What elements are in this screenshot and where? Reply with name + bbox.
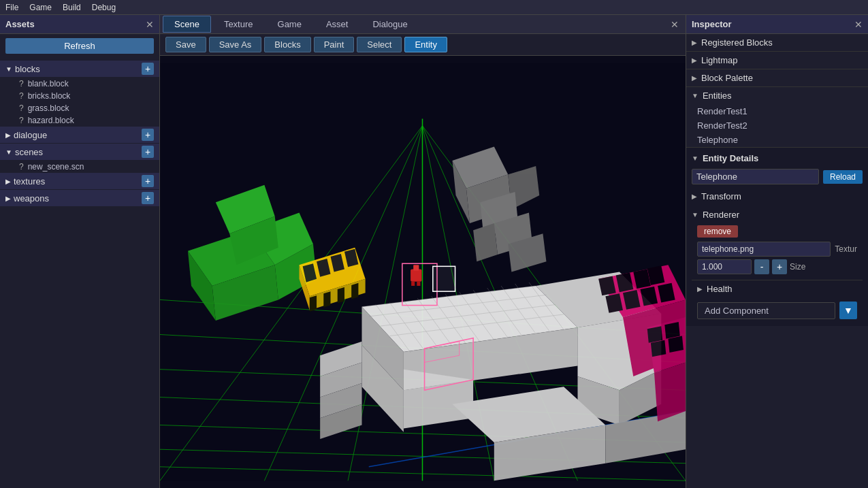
entity-item-rendertest1[interactable]: RenderTest1 — [692, 104, 863, 118]
tab-asset[interactable]: Asset — [315, 16, 360, 33]
entity-list: RenderTest1 RenderTest2 Telephone — [686, 104, 868, 147]
renderer-header[interactable]: ▼ Renderer — [692, 207, 863, 223]
scene-viewport[interactable] — [160, 56, 686, 488]
list-item[interactable]: ? hazard.block — [0, 114, 159, 127]
svg-marker-93 — [668, 336, 683, 353]
entity-details-header[interactable]: ▼ Entity Details — [692, 150, 863, 166]
svg-marker-77 — [351, 283, 358, 299]
entities-header[interactable]: ▼ Entities — [686, 87, 868, 104]
add-component-dropdown-button[interactable]: ▼ — [839, 302, 857, 319]
health-component: ▶ Health — [692, 280, 863, 297]
entity-button[interactable]: Entity — [404, 37, 447, 52]
svg-rect-96 — [411, 282, 415, 286]
list-item[interactable]: ? new_scene.scn — [0, 161, 159, 173]
health-header[interactable]: ▶ Health — [692, 280, 863, 297]
center-panel: Scene Texture Game Asset Dialogue ✕ Save… — [160, 15, 686, 488]
tree-category-weapons[interactable]: ▶ weapons + — [0, 190, 159, 206]
tree-category-textures[interactable]: ▶ textures + — [0, 173, 159, 189]
assets-close-icon[interactable]: ✕ — [146, 19, 154, 30]
block-palette-title: Block Palette — [701, 73, 753, 83]
add-component-button[interactable]: Add Component — [697, 302, 835, 319]
svg-marker-92 — [651, 340, 666, 357]
registered-blocks-header[interactable]: ▶ Registered Blocks — [686, 34, 868, 51]
inspector-section-entities: ▼ Entities RenderTest1 RenderTest2 Telep… — [686, 87, 868, 148]
weapons-label: weapons — [14, 193, 142, 204]
block-palette-header[interactable]: ▶ Block Palette — [686, 69, 868, 86]
list-item[interactable]: ? grass.block — [0, 102, 159, 114]
scene-toolbar: Save Save As Blocks Paint Select Entity — [160, 34, 686, 56]
transform-title: Transform — [701, 191, 741, 201]
tab-texture[interactable]: Texture — [212, 16, 265, 33]
entity-details-arrow-icon: ▼ — [692, 154, 698, 162]
renderer-component: ▼ Renderer remove Textur - + Size — [692, 207, 863, 277]
tab-scene[interactable]: Scene — [163, 16, 211, 33]
svg-marker-90 — [647, 326, 662, 343]
main-area: Assets ✕ Refresh ▼ blocks + ? blank.bloc… — [0, 15, 868, 488]
size-plus-button[interactable]: + — [772, 259, 787, 274]
blocks-arrow-icon: ▼ — [5, 65, 12, 73]
svg-marker-89 — [654, 362, 686, 421]
save-button[interactable]: Save — [165, 37, 206, 52]
tree-category-scenes[interactable]: ▼ scenes + — [0, 144, 159, 160]
list-item[interactable]: ? blank.block — [0, 78, 159, 90]
size-minus-button[interactable]: - — [754, 259, 769, 274]
menu-file[interactable]: File — [5, 3, 18, 12]
assets-panel-title: Assets — [5, 19, 35, 29]
lightmap-title: Lightmap — [701, 55, 737, 65]
dialogue-add-button[interactable]: + — [142, 129, 154, 141]
dropdown-arrow-icon: ▼ — [843, 305, 853, 316]
menu-debug[interactable]: Debug — [92, 3, 116, 12]
weapons-add-button[interactable]: + — [142, 192, 154, 204]
blocks-label: blocks — [15, 64, 142, 74]
svg-marker-75 — [323, 291, 330, 308]
transform-header[interactable]: ▶ Transform — [692, 189, 863, 204]
tabs-bar: Scene Texture Game Asset Dialogue ✕ — [160, 15, 686, 34]
svg-rect-100 — [433, 266, 455, 291]
inspector-close-icon[interactable]: ✕ — [854, 19, 863, 30]
entities-title: Entities — [703, 91, 732, 101]
remove-renderer-button[interactable]: remove — [697, 225, 738, 238]
tab-dialogue[interactable]: Dialogue — [361, 16, 419, 33]
scene-close-icon[interactable]: ✕ — [666, 19, 683, 30]
weapons-arrow-icon: ▶ — [5, 195, 11, 202]
block-palette-arrow-icon: ▶ — [692, 74, 697, 82]
refresh-button[interactable]: Refresh — [5, 38, 154, 54]
health-title: Health — [707, 284, 733, 294]
registered-blocks-title: Registered Blocks — [701, 37, 773, 48]
list-item[interactable]: ? bricks.block — [0, 90, 159, 102]
blocks-add-button[interactable]: + — [142, 63, 154, 75]
size-row: - + Size — [697, 259, 857, 274]
scenes-label: scenes — [15, 147, 142, 157]
entity-item-rendertest2[interactable]: RenderTest2 — [692, 118, 863, 133]
select-button[interactable]: Select — [357, 37, 402, 52]
transform-arrow-icon: ▶ — [692, 193, 697, 200]
svg-marker-91 — [664, 322, 679, 339]
entity-name-row: Reload — [692, 169, 863, 184]
blocks-button[interactable]: Blocks — [264, 37, 310, 52]
menu-build[interactable]: Build — [63, 3, 81, 12]
entity-name-input[interactable] — [692, 169, 819, 184]
inspector-section-lightmap: ▶ Lightmap — [686, 52, 868, 69]
add-component-row: Add Component ▼ — [692, 297, 863, 323]
textures-label: textures — [14, 176, 142, 186]
transform-component: ▶ Transform — [692, 189, 863, 204]
entity-item-telephone[interactable]: Telephone — [692, 133, 863, 147]
scenes-add-button[interactable]: + — [142, 146, 154, 158]
entity-details-title: Entity Details — [703, 153, 758, 163]
save-as-button[interactable]: Save As — [209, 37, 262, 52]
lightmap-header[interactable]: ▶ Lightmap — [686, 52, 868, 69]
size-label: Size — [790, 262, 805, 272]
texture-label: Textur — [835, 244, 857, 254]
textures-add-button[interactable]: + — [142, 175, 154, 187]
renderer-title: Renderer — [703, 210, 739, 220]
health-arrow-icon: ▶ — [697, 285, 703, 293]
scenes-arrow-icon: ▼ — [5, 148, 12, 156]
tab-game[interactable]: Game — [266, 16, 313, 33]
menu-game[interactable]: Game — [29, 3, 52, 12]
tree-category-blocks[interactable]: ▼ blocks + — [0, 61, 159, 77]
tree-category-dialogue[interactable]: ▶ dialogue + — [0, 127, 159, 143]
size-input[interactable] — [697, 259, 752, 274]
texture-input[interactable] — [697, 242, 831, 257]
paint-button[interactable]: Paint — [314, 37, 355, 52]
reload-button[interactable]: Reload — [823, 170, 863, 184]
